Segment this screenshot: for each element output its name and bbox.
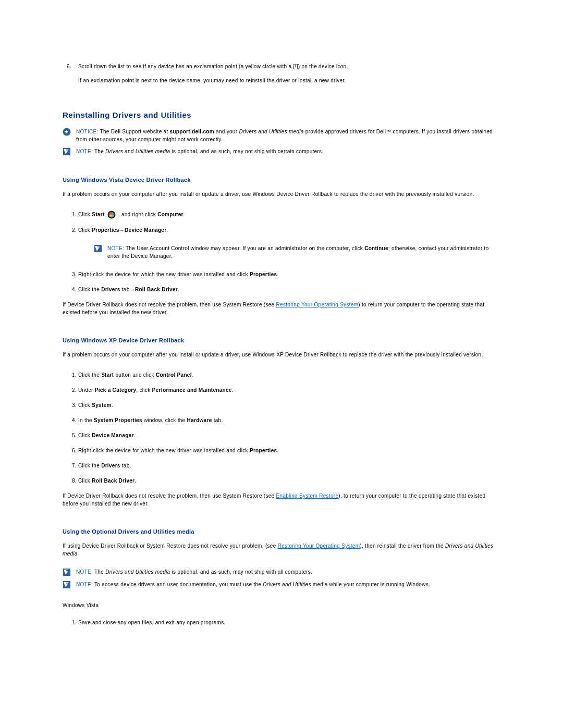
note-icon — [94, 244, 102, 253]
xp-outro: If Device Driver Rollback does not resol… — [63, 492, 500, 508]
xp-s6b: Properties — [250, 448, 277, 453]
xp-s5b: Device Manager — [92, 433, 133, 438]
notice-icon — [63, 128, 71, 136]
media-note-2: NOTE: To access device drivers and user … — [63, 581, 500, 589]
notice-mid: and your — [214, 129, 239, 134]
vista-s4a: Click the — [78, 287, 101, 292]
notice-pre: The Dell Support website at — [99, 129, 170, 134]
vista-s1b: Start — [92, 212, 104, 217]
xp-s3b: System — [92, 402, 111, 408]
media-note2-pre: To access device drivers and user docume… — [93, 582, 263, 587]
xp-s6a: Right-click the device for which the new… — [78, 448, 250, 453]
link-restoring-os-2[interactable]: Restoring Your Operating System — [278, 543, 360, 549]
media-note2-italic: Drivers and Utilities — [263, 582, 311, 587]
vista-note-bold: Continue — [364, 245, 388, 251]
xp-s6c: . — [277, 448, 278, 453]
media-note2-body: NOTE: To access device drivers and user … — [76, 581, 430, 588]
vista-intro: If a problem occurs on your computer aft… — [63, 190, 500, 198]
xp-steps: Click the Start button and click Control… — [63, 371, 500, 485]
xp-intro: If a problem occurs on your computer aft… — [63, 351, 500, 359]
vista-step-2: Click Properties→Device Manager. NOTE: T… — [78, 226, 500, 260]
vista-note-pre: The User Account Control window may appe… — [124, 245, 364, 251]
link-enabling-system-restore[interactable]: Enabling System Restore — [276, 493, 339, 499]
vista-note-label: NOTE: — [107, 245, 124, 251]
xp-s7b: Drivers — [101, 463, 120, 468]
xp-step-1: Click the Start button and click Control… — [78, 371, 500, 379]
media-note-1: NOTE: The Drivers and Utilities media is… — [63, 568, 500, 576]
xp-s1a: Click the — [78, 372, 101, 378]
xp-step-2: Under Pick a Category, click Performance… — [78, 386, 500, 394]
svg-rect-9 — [66, 570, 69, 571]
svg-rect-1 — [65, 131, 67, 132]
media-subhead-vista: Windows Vista — [63, 601, 500, 609]
heading-vista-rollback: Using Windows Vista Device Driver Rollba… — [63, 177, 500, 183]
xp-s4c: window, click the — [142, 417, 187, 423]
xp-s2e: . — [232, 387, 234, 393]
svg-rect-3 — [66, 150, 69, 151]
media-note1-pre: The — [93, 569, 105, 575]
vista-note-body: NOTE: The User Account Control window ma… — [107, 244, 500, 260]
xp-step-8: Click Roll Back Driver. — [78, 477, 500, 485]
xp-outro-pre: If Device Driver Rollback does not resol… — [63, 493, 276, 499]
notice-label: NOTICE: — [76, 129, 99, 134]
vista-s2e: . — [166, 227, 168, 233]
media-intro-pre: If using Device Driver Rollback or Syste… — [63, 543, 278, 549]
start-button-icon — [107, 211, 116, 219]
vista-s1a: Click — [78, 212, 92, 217]
xp-s2d: Performance and Maintenance — [152, 387, 232, 393]
xp-s8b: Roll Back Driver — [92, 478, 134, 484]
notice-callout: NOTICE: The Dell Support website at supp… — [63, 128, 500, 143]
vista-s4c: tab→ — [120, 287, 135, 292]
xp-s8c: . — [134, 478, 136, 484]
vista-uac-note: NOTE: The User Account Control window ma… — [94, 244, 500, 260]
xp-s2b: Pick a Category — [95, 387, 137, 393]
xp-s4b: System Properties — [94, 417, 142, 423]
vista-s2a: Click — [78, 227, 92, 233]
xp-s1d: Control Panel — [156, 372, 192, 378]
vista-step-1: Click Start , and right-click Computer. — [78, 211, 500, 219]
note1-italic: Drivers and Utilities media — [105, 149, 170, 154]
heading-reinstalling: Reinstalling Drivers and Utilities — [63, 110, 500, 119]
note1-body: NOTE: The Drivers and Utilities media is… — [76, 147, 323, 155]
notice-italic: Drivers and Utilities media — [239, 129, 303, 134]
device-check-list: Scroll down the list to see if any devic… — [63, 63, 500, 84]
xp-s4a: In the — [78, 417, 94, 423]
vista-s4d: Roll Back Driver — [135, 287, 178, 292]
media-intro-mid: ), then reinstall the driver from the — [360, 543, 445, 549]
vista-s1d: Computer — [157, 212, 183, 217]
note-callout-1: NOTE: The Drivers and Utilities media is… — [63, 147, 500, 156]
media-step-1: Save and close any open files, and exit … — [78, 619, 500, 626]
xp-s3a: Click — [78, 402, 92, 408]
xp-s3c: . — [112, 402, 113, 408]
xp-s5a: Click — [78, 433, 92, 438]
heading-optional-media: Using the Optional Drivers and Utilities… — [63, 528, 500, 535]
vista-s2c: → — [119, 227, 125, 233]
vista-s3c: . — [277, 272, 278, 277]
vista-s4b: Drivers — [101, 287, 120, 292]
xp-s8a: Click — [78, 478, 92, 484]
note1-label: NOTE: — [76, 149, 93, 154]
xp-s7a: Click the — [78, 463, 101, 468]
vista-s2d: Device Manager — [125, 227, 166, 233]
link-restoring-os-1[interactable]: Restoring Your Operating System — [276, 302, 359, 307]
note-icon — [63, 147, 71, 156]
vista-step-3: Right-click the device for which the new… — [78, 270, 500, 278]
xp-s1b: Start — [101, 372, 114, 378]
svg-rect-11 — [66, 583, 69, 584]
vista-s4e: . — [178, 287, 179, 292]
media-note1-label: NOTE: — [76, 569, 93, 575]
notice-url: support.dell.com — [170, 129, 214, 134]
note-icon — [63, 568, 71, 576]
list-item-6: Scroll down the list to see if any devic… — [78, 63, 500, 84]
vista-step-4: Click the Drivers tab→Roll Back Driver. — [78, 286, 500, 293]
note1-pre: The — [93, 149, 105, 154]
media-note2-label: NOTE: — [76, 582, 93, 587]
list-item-6-followup: If an exclamation point is next to the d… — [78, 77, 500, 84]
xp-step-7: Click the Drivers tab. — [78, 462, 500, 470]
notice-body: NOTICE: The Dell Support website at supp… — [76, 128, 500, 143]
xp-s5c: . — [134, 433, 136, 438]
xp-s4e: tab. — [212, 417, 223, 423]
xp-s2a: Under — [78, 387, 95, 393]
media-note1-italic: Drivers and Utilities media — [105, 569, 170, 575]
vista-s2b: Properties — [92, 227, 119, 233]
